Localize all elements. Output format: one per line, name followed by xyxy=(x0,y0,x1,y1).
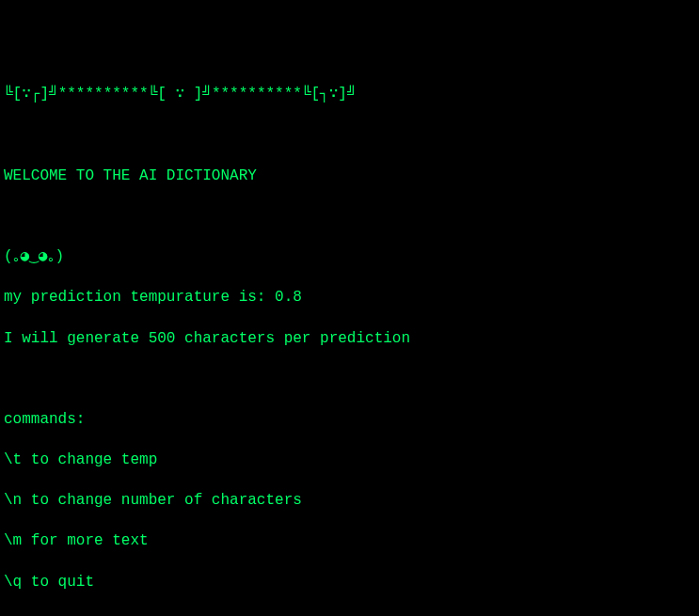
commands-header: commands: xyxy=(4,410,695,431)
face-emoticon: (｡◕‿◕｡) xyxy=(4,247,695,268)
blank-line xyxy=(4,126,695,147)
blank-line xyxy=(4,207,695,228)
banner-top: ╚[∵┌]╝**********╚[ ∵ ]╝**********╚[┐∵]╝ xyxy=(4,85,695,105)
char-count-line: I will generate 500 characters per predi… xyxy=(4,329,695,350)
command-t: \t to change temp xyxy=(4,450,695,471)
command-q: \q to quit xyxy=(4,573,695,593)
welcome-title: WELCOME TO THE AI DICTIONARY xyxy=(4,166,695,187)
command-m: \m for more text xyxy=(4,531,695,552)
temperature-line: my prediction tempurature is: 0.8 xyxy=(4,288,695,308)
command-n: \n to change number of characters xyxy=(4,491,695,512)
blank-line xyxy=(4,370,695,390)
